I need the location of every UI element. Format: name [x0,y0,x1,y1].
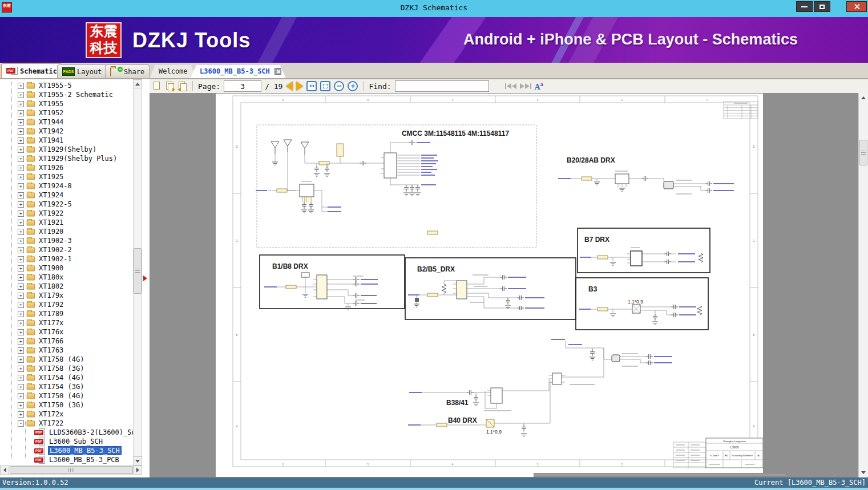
tree-folder-label[interactable]: XT1955-5 [38,82,73,90]
expand-icon[interactable]: + [18,137,24,144]
tree-folder-row[interactable]: +XT172x [0,410,132,419]
expand-icon[interactable]: + [18,201,24,208]
tree-document-row[interactable]: PDFL3600_Sub_SCH [0,437,132,446]
tree-folder-label[interactable]: XT1902-2 [38,246,73,254]
zoom-in-button[interactable]: + [348,81,358,91]
expand-icon[interactable]: + [18,92,24,98]
tree-vscrollbar[interactable] [133,79,142,465]
fit-page-button[interactable] [320,81,330,91]
tree-folder-row[interactable]: +XT1924-8 [0,181,132,191]
schematic-page[interactable]: 654321654321DCBADCBA CMCC 3M:11548115 4M… [216,94,763,477]
tree-folder-row[interactable]: +XT1754 (3G) [0,382,132,391]
single-page-icon[interactable] [153,81,162,91]
tree-folder-label[interactable]: XT172x [38,410,64,418]
tree-folder-label[interactable]: XT1900 [38,264,64,272]
tree-folder-label[interactable]: XT1941 [38,136,64,144]
tree-folder-label[interactable]: XT1929(Shelby) [38,145,98,153]
tree-folder-row[interactable]: +XT1920 [0,227,132,236]
expand-icon[interactable]: + [18,238,24,244]
find-input[interactable] [395,80,489,92]
tree-folder-label[interactable]: XT1921 [38,218,64,226]
expand-icon[interactable]: + [18,210,24,217]
tree-folder-row[interactable]: +XT1921 [0,218,132,227]
tree-folder-row[interactable]: +XT1754 (4G) [0,373,132,382]
tree-folder-row[interactable]: +XT1750 (3G) [0,400,132,410]
tree-folder-row[interactable]: +XT177x [0,318,132,327]
tree-folder-label[interactable]: XT1750 (3G) [38,401,85,409]
tree-folder-label[interactable]: XT179x [38,291,64,299]
find-next-icon[interactable] [520,83,531,89]
page-copy-prev-icon[interactable] [178,81,187,91]
tab-share[interactable]: + Share [105,64,150,78]
tree-folder-label[interactable]: XT1952 [38,109,64,117]
tree-folder-label[interactable]: XT1944 [38,118,64,126]
tree-folder-row[interactable]: +XT1902-1 [0,254,132,264]
expand-icon[interactable]: + [18,119,24,125]
scroll-up-button[interactable] [133,79,142,88]
expand-icon[interactable]: + [18,220,24,226]
page-copy-next-icon[interactable] [165,81,175,91]
panel-splitter[interactable] [142,79,150,477]
tree-folder-label[interactable]: XT1922-5 [38,200,73,208]
expand-icon[interactable]: + [18,311,24,317]
tree-folder-label[interactable]: XT1758 (3G) [38,365,85,372]
tree-folder-row[interactable]: +XT1941 [0,136,132,145]
find-previous-icon[interactable] [505,83,516,89]
scroll-thumb[interactable] [859,140,867,165]
tree-folder-row[interactable]: +XT1750 (4G) [0,391,132,400]
tab-close-icon[interactable] [274,68,281,75]
scroll-right-button[interactable] [133,465,142,475]
expand-icon[interactable]: + [18,174,24,180]
expand-icon[interactable]: + [18,165,24,171]
expand-icon[interactable]: + [18,192,24,199]
expand-icon[interactable]: + [18,147,24,153]
expand-icon[interactable]: + [18,265,24,272]
tree-folder-row[interactable]: +XT1758 (3G) [0,364,132,373]
tree-folder-label[interactable]: XT1955-2 Schematic [38,91,114,99]
document-hscroll-thumb[interactable] [534,473,786,477]
tree-folder-row[interactable]: +XT1902-2 [0,245,132,254]
tree-folder-label[interactable]: XT1925 [38,173,64,181]
tab-welcome[interactable]: Welcome [150,65,197,78]
fit-width-button[interactable]: ↔ [306,81,317,91]
expand-icon[interactable]: + [18,320,24,326]
tree-folder-row[interactable]: +XT1942 [0,127,132,136]
maximize-button[interactable] [814,1,830,12]
tree-folder-row[interactable]: +XT1955-2 Schematic [0,90,132,99]
tree-document-row[interactable]: PDFLLDS360B3-2(L3600)_SubPCB [0,428,132,437]
tree-folder-label[interactable]: XT1754 (3G) [38,383,85,391]
scroll-thumb[interactable] [134,248,142,294]
tree-folder-row[interactable]: +XT1955 [0,99,132,108]
tree-document-label[interactable]: L3600_MB_B5-3_PCB [48,456,120,464]
tree-folder-label[interactable]: XT1922 [38,209,64,217]
tree-folder-row[interactable]: +XT1902-3 [0,236,132,245]
scroll-down-button[interactable] [859,468,868,477]
tree-folder-label[interactable]: XT1902-3 [38,237,73,245]
expand-icon[interactable]: + [18,338,24,345]
tree-document-row[interactable]: PDFL3600_MB_B5-3_SCH [0,446,132,455]
expand-icon[interactable]: + [18,156,24,162]
tree-folder-row[interactable]: +XT176x [0,327,132,337]
close-button[interactable] [846,1,867,12]
tree-folder-label[interactable]: XT1722 [38,419,64,427]
tree-folder-row[interactable]: +XT1952 [0,108,132,118]
tree-folder-label[interactable]: XT180x [38,273,64,281]
tree-folder-label[interactable]: XT1924 [38,191,64,199]
tree-folder-row[interactable]: +XT1929(Shelby Plus) [0,154,132,163]
minimize-button[interactable] [796,1,813,12]
font-size-icon[interactable]: Aa [535,81,543,92]
tree-folder-label[interactable]: XT1763 [38,346,64,354]
tab-layout[interactable]: PADS Layout [57,64,107,78]
expand-icon[interactable]: + [18,183,24,189]
expand-icon[interactable]: + [18,402,24,408]
prev-page-button[interactable] [286,82,293,91]
tree-folder-label[interactable]: XT1942 [38,127,64,135]
expand-icon[interactable]: + [18,366,24,372]
tree-folder-label[interactable]: XT1766 [38,337,64,345]
expand-icon[interactable]: + [18,101,24,107]
expand-icon[interactable]: + [18,247,24,253]
tree-folder-row[interactable]: +XT1766 [0,337,132,346]
expand-icon[interactable]: + [18,256,24,262]
scroll-down-button[interactable] [133,456,142,465]
tree-document-label[interactable]: L3600_Sub_SCH [48,438,104,446]
